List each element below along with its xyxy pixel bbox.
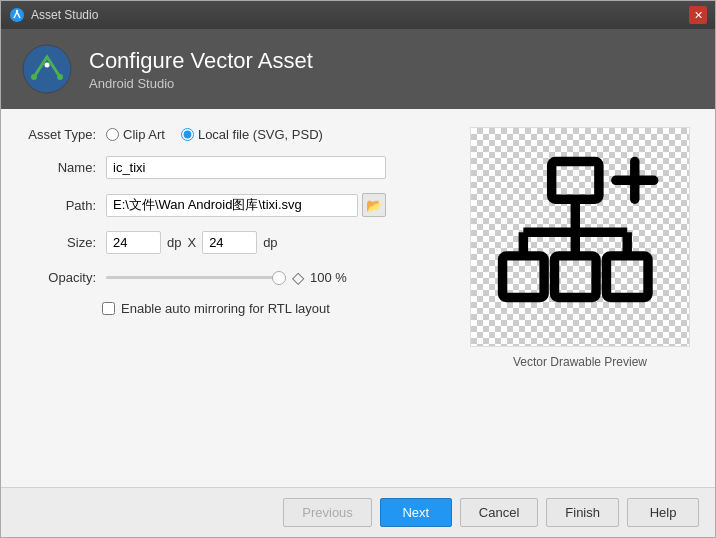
preview-label: Vector Drawable Preview [513, 355, 647, 369]
size-height-unit: dp [263, 235, 277, 250]
size-label: Size: [21, 235, 96, 250]
clip-art-label: Clip Art [123, 127, 165, 142]
header-title: Configure Vector Asset [89, 48, 313, 74]
cancel-button[interactable]: Cancel [460, 498, 538, 527]
svg-point-1 [16, 10, 18, 12]
rtl-checkbox[interactable] [102, 302, 115, 315]
close-button[interactable]: ✕ [689, 6, 707, 24]
asset-type-row: Asset Type: Clip Art Local file (SVG, PS… [21, 127, 445, 142]
svg-point-4 [57, 74, 63, 80]
folder-icon: 📂 [366, 198, 382, 213]
size-row: Size: dp X dp [21, 231, 445, 254]
svg-rect-14 [503, 256, 545, 298]
local-file-radio[interactable] [181, 128, 194, 141]
local-file-option[interactable]: Local file (SVG, PSD) [181, 127, 323, 142]
asset-type-label: Asset Type: [21, 127, 96, 142]
content-area: Asset Type: Clip Art Local file (SVG, PS… [1, 109, 715, 487]
path-input[interactable] [106, 194, 358, 217]
title-bar: Asset Studio ✕ [1, 1, 715, 29]
asset-type-options: Clip Art Local file (SVG, PSD) [106, 127, 323, 142]
name-input[interactable] [106, 156, 386, 179]
opacity-row: Opacity: ◇ 100 % [21, 268, 445, 287]
rtl-checkbox-label: Enable auto mirroring for RTL layout [121, 301, 330, 316]
footer: Previous Next Cancel Finish Help [1, 487, 715, 537]
local-file-label: Local file (SVG, PSD) [198, 127, 323, 142]
rtl-checkbox-row: Enable auto mirroring for RTL layout [21, 301, 445, 316]
previous-button[interactable]: Previous [283, 498, 372, 527]
svg-point-5 [45, 63, 50, 68]
header-subtitle: Android Studio [89, 76, 313, 91]
svg-rect-16 [606, 256, 648, 298]
opacity-slider-container: ◇ 100 % [106, 268, 445, 287]
title-bar-left: Asset Studio [9, 7, 98, 23]
clip-art-radio[interactable] [106, 128, 119, 141]
size-inputs: dp X dp [106, 231, 278, 254]
next-button[interactable]: Next [380, 498, 452, 527]
size-width-unit: dp [167, 235, 181, 250]
form-section: Asset Type: Clip Art Local file (SVG, PS… [21, 127, 445, 469]
app-icon [9, 7, 25, 23]
clip-art-option[interactable]: Clip Art [106, 127, 165, 142]
finish-button[interactable]: Finish [546, 498, 619, 527]
name-row: Name: [21, 156, 445, 179]
header-section: Configure Vector Asset Android Studio [1, 29, 715, 109]
opacity-slider[interactable] [106, 276, 286, 279]
browse-button[interactable]: 📂 [362, 193, 386, 217]
path-row: Path: 📂 [21, 193, 445, 217]
svg-point-2 [23, 45, 71, 93]
help-button[interactable]: Help [627, 498, 699, 527]
opacity-label: Opacity: [21, 270, 96, 285]
preview-section: Vector Drawable Preview [465, 127, 695, 469]
header-text: Configure Vector Asset Android Studio [89, 48, 313, 91]
path-label: Path: [21, 198, 96, 213]
title-bar-text: Asset Studio [31, 8, 98, 22]
opacity-diamond-icon: ◇ [292, 268, 304, 287]
size-x-separator: X [187, 235, 196, 250]
path-input-group: 📂 [106, 193, 386, 217]
svg-rect-15 [555, 256, 597, 298]
name-label: Name: [21, 160, 96, 175]
svg-point-3 [31, 74, 37, 80]
vector-preview-svg [495, 152, 665, 322]
size-height-input[interactable] [202, 231, 257, 254]
main-window: Asset Studio ✕ Configure Vector Asset An… [0, 0, 716, 538]
android-studio-logo [21, 43, 73, 95]
svg-rect-6 [552, 161, 599, 199]
preview-canvas [470, 127, 690, 347]
opacity-value: 100 % [310, 270, 347, 285]
size-width-input[interactable] [106, 231, 161, 254]
